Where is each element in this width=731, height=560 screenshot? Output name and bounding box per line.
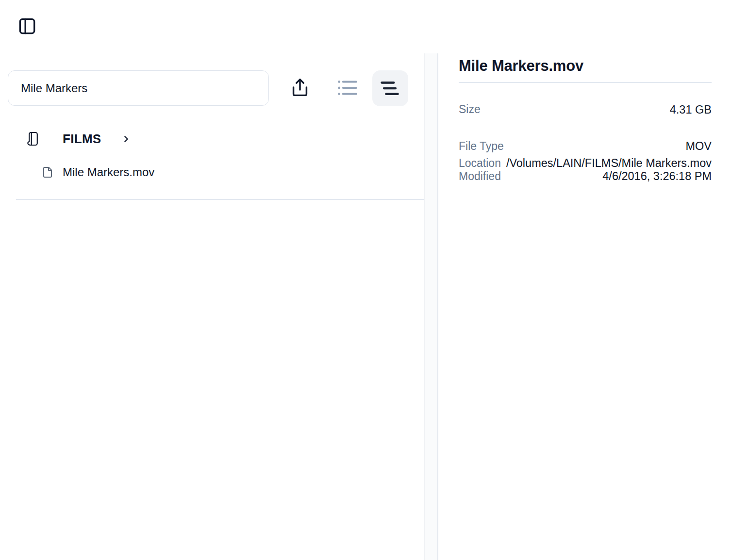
file-document-icon <box>42 165 53 180</box>
detail-row-modified: Modified 4/6/2016, 3:26:18 PM <box>459 170 712 183</box>
sidebar-toggle-button[interactable] <box>17 16 37 36</box>
detail-value: MOV <box>685 140 712 153</box>
detail-label: Location <box>459 157 501 170</box>
bulleted-list-icon <box>335 76 360 100</box>
detail-value: /Volumes/LAIN/FILMS/Mile Markers.mov <box>506 157 712 170</box>
details-title: Mile Markers.mov <box>459 56 712 76</box>
share-button[interactable] <box>287 76 313 101</box>
book-volume-icon <box>26 131 39 147</box>
folder-label: FILMS <box>63 132 101 147</box>
detail-label: Modified <box>459 170 501 183</box>
tree-row-films[interactable]: FILMS <box>26 128 131 149</box>
tree-row-file[interactable]: Mile Markers.mov <box>42 163 154 181</box>
app-window: FILMS Mile Markers.mov Mile Markers.mov … <box>0 0 731 560</box>
staggered-lines-icon <box>377 75 404 102</box>
share-export-icon <box>289 77 311 99</box>
list-divider <box>16 199 424 200</box>
detail-value: 4.31 GB <box>521 100 712 119</box>
chevron-right-icon[interactable] <box>121 134 131 144</box>
detail-label: Size <box>459 103 481 116</box>
file-label: Mile Markers.mov <box>63 165 154 179</box>
detail-value: 4/6/2016, 3:26:18 PM <box>602 170 712 183</box>
detail-row-location: Location /Volumes/LAIN/FILMS/Mile Marker… <box>459 157 712 170</box>
detail-row-filetype: File Type MOV <box>459 136 712 157</box>
detail-view-button[interactable] <box>372 70 408 106</box>
panel-splitter[interactable] <box>424 53 438 560</box>
search-input[interactable] <box>8 70 269 106</box>
list-view-button[interactable] <box>335 75 360 100</box>
panel-left-icon <box>17 16 37 36</box>
detail-label: File Type <box>459 140 504 153</box>
details-panel: Mile Markers.mov Size 4.31 GB File Type … <box>459 56 712 183</box>
detail-row-size: Size 4.31 GB <box>459 83 712 136</box>
